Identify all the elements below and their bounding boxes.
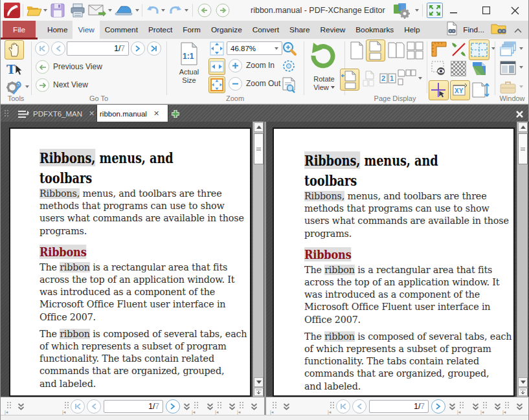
zoom-in-button[interactable] [229,59,242,72]
tab-list-menu-icon[interactable] [17,109,29,121]
status-page-number-input[interactable]: 1/7 [369,400,429,413]
ui-options-dropdown[interactable] [415,9,419,12]
app-icon[interactable] [4,3,20,21]
back-button[interactable] [197,3,212,20]
close-document-button[interactable] [515,109,524,121]
scroll-down-button[interactable] [518,377,528,387]
email-button[interactable] [88,5,106,19]
scan-button[interactable] [115,5,133,18]
toolbar-grip[interactable] [504,401,510,410]
undo-dropdown[interactable] [161,9,165,12]
maximize-button[interactable] [474,0,499,21]
scrollbar-thumb[interactable] [254,133,264,164]
next-page-button[interactable] [131,41,145,56]
zoom-out-button[interactable] [229,77,242,91]
multi-page-view-button[interactable] [406,41,424,63]
tile-windows-button[interactable] [499,60,517,79]
pan-zoom-button[interactable] [281,77,298,96]
scroll-up-button[interactable] [518,122,528,132]
fit-width-view-button[interactable] [340,69,359,91]
continuous-view-button[interactable] [366,39,385,61]
tab-bar-grip[interactable] [3,109,9,118]
ribbon-tab-protect[interactable]: Protect [143,21,177,39]
right-to-left-button[interactable]: 21 [379,70,396,91]
zoom-in-label[interactable]: Zoom In [246,61,275,70]
close-button[interactable] [502,0,527,21]
cascade-windows-button[interactable] [499,41,517,60]
magnifier-zoom-button[interactable] [282,41,297,59]
page-size-button[interactable] [471,81,490,102]
show-coordinates-button[interactable]: XY [450,80,470,100]
ribbon-tab-bookmarks[interactable]: Bookmarks [350,21,399,39]
minimize-button[interactable] [442,0,466,21]
previous-page-button[interactable] [51,41,65,56]
tab-close-icon[interactable]: ✕ [89,109,95,118]
ribbon-tab-form[interactable]: Form [177,21,206,39]
forward-button[interactable] [216,3,230,20]
expand-toolbar-chevron[interactable] [494,403,501,414]
right-pane-scrollbar[interactable] [517,122,528,397]
email-dropdown[interactable] [108,9,112,12]
status-previous-page-button[interactable] [87,399,101,414]
toolbar-grip[interactable] [482,401,488,410]
expand-toolbar-chevron[interactable] [283,403,290,414]
show-grid-button[interactable] [431,60,448,80]
expand-toolbar-chevron[interactable] [449,403,456,414]
ribbon-tab-view[interactable]: View [73,21,99,39]
fit-width-button[interactable] [208,58,225,75]
tab-close-icon[interactable]: ✕ [153,109,159,118]
find-document-icon[interactable] [446,21,458,38]
facing-continuous-button[interactable] [362,70,379,91]
zoom-out-label[interactable]: Zoom Out [246,79,280,88]
single-page-view-button[interactable] [348,41,365,63]
expand-toolbar-chevron[interactable] [229,403,236,414]
new-tab-button[interactable] [171,109,180,121]
next-view-label[interactable]: Next View [53,80,88,89]
page-layout-dropdown[interactable] [418,77,422,80]
status-previous-page-button[interactable] [352,399,366,414]
previous-view-label[interactable]: Previous View [53,62,102,71]
next-view-button[interactable] [36,78,49,92]
page-number-input[interactable]: 1/7 [67,41,129,56]
toolbar-grip[interactable] [216,401,222,410]
select-text-tool-button[interactable]: T [6,61,23,80]
actual-size-button[interactable]: 1:1 ActualSize [173,41,205,93]
document-tab-1[interactable]: PDFXT6_MAN✕ [30,105,96,122]
find-button[interactable]: Find... [460,25,487,34]
open-file-button[interactable] [26,4,42,19]
split-view-handle[interactable] [518,388,528,396]
ribbon-tab-convert[interactable]: Convert [247,21,284,39]
page-transitions-button[interactable] [469,39,490,60]
status-page-number-input[interactable]: 1/7 [104,400,163,413]
cascade-windows-dropdown[interactable] [519,47,523,50]
rulers-button[interactable] [431,41,448,61]
status-next-page-button[interactable] [431,399,445,414]
scroll-up-button[interactable] [254,122,264,132]
save-button[interactable] [51,3,65,20]
ribbon-tab-share[interactable]: Share [284,21,315,39]
cover-mode-button[interactable] [397,69,416,91]
show-page-thumbnail-button[interactable] [471,60,488,80]
collapse-ribbon-button[interactable] [514,24,522,36]
zoom-level-combo[interactable]: 46.87% [227,41,282,55]
loupe-tool-button[interactable] [282,59,297,77]
split-view-button[interactable] [450,41,467,61]
ui-options-button[interactable] [393,3,411,21]
toolbar-grip[interactable] [458,401,464,410]
redo-dropdown[interactable] [185,9,188,12]
scroll-down-button[interactable] [254,377,264,387]
two-page-view-button[interactable] [387,41,405,63]
fullscreen-button[interactable] [427,3,443,21]
open-file-dropdown[interactable] [43,9,47,12]
toolbar-grip[interactable] [6,401,12,410]
redo-button[interactable] [168,5,183,19]
status-next-page-button[interactable] [166,399,180,414]
ribbon-tab-comment[interactable]: Comment [100,21,143,39]
ribbon-tab-help[interactable]: Help [399,21,425,39]
print-button[interactable] [70,3,85,20]
rotate-view-button[interactable]: RotateView [304,40,344,96]
toolbar-grip[interactable] [329,401,335,410]
toolbar-grip[interactable] [271,401,277,410]
undo-button[interactable] [146,5,160,19]
left-pane-scrollbar[interactable] [253,122,264,397]
